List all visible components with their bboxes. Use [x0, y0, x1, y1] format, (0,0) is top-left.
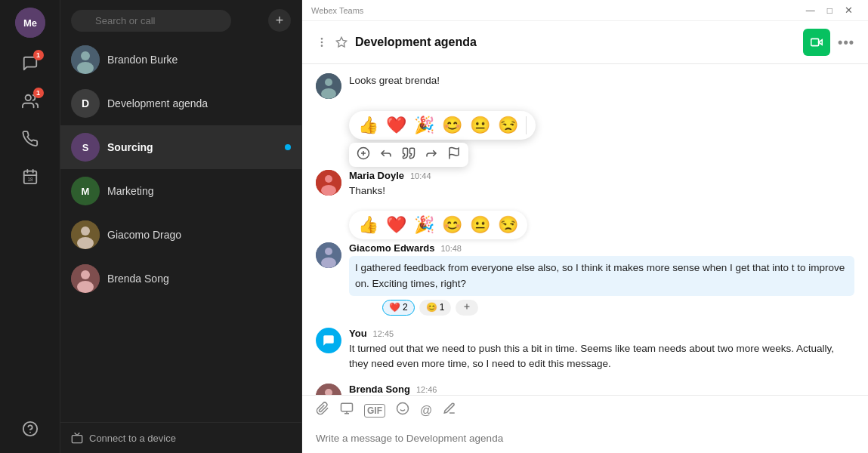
- gif-button[interactable]: GIF: [364, 404, 385, 418]
- contacts-nav-button[interactable]: 1: [14, 85, 47, 118]
- search-wrap: [71, 10, 262, 32]
- reaction-thumbsup[interactable]: 👍: [358, 116, 378, 135]
- unread-indicator-sourcing: [285, 144, 291, 150]
- svg-point-17: [77, 237, 94, 249]
- msg-text-maria: Thanks!: [349, 183, 854, 199]
- msg-time-maria: 10:44: [410, 171, 431, 180]
- avatar-marketing: M: [71, 177, 100, 205]
- reaction-unamused[interactable]: 😒: [498, 116, 518, 135]
- msg-time-you1: 12:45: [373, 329, 394, 338]
- msg-text-giacomo: I gathered feedback from everyone else a…: [349, 256, 854, 296]
- avatar-you: [316, 328, 341, 353]
- add-button[interactable]: +: [268, 9, 291, 32]
- reaction-heart[interactable]: ❤️: [386, 116, 406, 135]
- chat-area: Webex Teams — □ ✕ Development agenda •••…: [302, 0, 868, 453]
- connect-device-button[interactable]: Connect to a device: [60, 422, 301, 453]
- more-options-button[interactable]: •••: [838, 35, 854, 51]
- svg-point-37: [321, 185, 336, 196]
- window-titlebar: Webex Teams — □ ✕: [302, 0, 868, 21]
- message-row-brenda: Brenda Song 12:46 Great Giacomo. I think…: [316, 384, 854, 395]
- sidebar-header: +: [60, 0, 301, 38]
- flag-action[interactable]: [447, 146, 461, 163]
- help-button[interactable]: [14, 412, 47, 445]
- calls-nav-button[interactable]: [14, 122, 47, 156]
- react-thumbsup-2[interactable]: 👍: [358, 215, 378, 235]
- star-icon[interactable]: [335, 36, 348, 48]
- chat-title: Development agenda: [355, 35, 795, 49]
- sidebar-item-development-agenda[interactable]: D Development agenda: [60, 82, 301, 125]
- msg-content-1: Looks great brenda!: [349, 73, 854, 88]
- emoji-row-popup[interactable]: 👍 ❤️ 🎉 😊 😐 😒: [349, 211, 527, 239]
- sidebar-item-name-giacomo-drago: Giacomo Drago: [107, 229, 181, 241]
- avatar-brandon-burke: [71, 45, 100, 74]
- msg-content-brenda: Brenda Song 12:46 Great Giacomo. I think…: [349, 384, 854, 395]
- reply-action[interactable]: [379, 146, 393, 163]
- emoji-row-giacomo: 👍 ❤️ 🎉 😊 😐 😒: [349, 211, 868, 239]
- sidebar-item-brenda-song[interactable]: Brenda Song: [60, 257, 301, 300]
- msg-author-maria: Maria Doyle: [349, 170, 404, 181]
- inline-reactions-giacomo: ❤️2 😊1: [382, 300, 868, 316]
- sidebar-item-marketing[interactable]: M Marketing: [60, 169, 301, 213]
- sidebar-item-giacomo-drago[interactable]: Giacomo Drago: [60, 213, 301, 257]
- attachment-button[interactable]: [316, 402, 329, 419]
- react-heart-2[interactable]: ❤️: [386, 215, 406, 235]
- sidebar-item-sourcing[interactable]: S Sourcing: [60, 125, 301, 169]
- svg-point-2: [25, 95, 30, 100]
- svg-point-39: [325, 248, 332, 255]
- forward-action[interactable]: [425, 146, 438, 163]
- message-group-3: 👍 ❤️ 🎉 😊 😐 😒 Giacomo Edwards 10:48: [316, 211, 854, 316]
- msg-header-giacomo: Giacomo Edwards 10:48: [349, 242, 854, 254]
- svg-point-36: [325, 175, 332, 183]
- user-avatar[interactable]: Me: [15, 8, 45, 38]
- message-row: Looks great brenda!: [316, 73, 854, 99]
- svg-point-40: [321, 257, 336, 268]
- msg-author-brenda: Brenda Song: [349, 384, 410, 395]
- screen-share-button[interactable]: [340, 402, 354, 419]
- reaction-smile[interactable]: 😊: [442, 116, 462, 135]
- minimize-button[interactable]: —: [800, 5, 821, 16]
- maximize-button[interactable]: □: [821, 5, 839, 16]
- add-reaction-action[interactable]: [357, 146, 370, 163]
- sidebar-item-name-brandon-burke: Brandon Burke: [107, 54, 178, 66]
- react-neutral-2[interactable]: 😐: [470, 215, 490, 235]
- sidebar-item-name-sourcing: Sourcing: [107, 141, 153, 153]
- close-button[interactable]: ✕: [839, 5, 859, 16]
- msg-text-you1: It turned out that we need to push this …: [349, 341, 854, 372]
- quote-action[interactable]: [402, 146, 415, 163]
- more-toolbar-button[interactable]: [443, 402, 456, 419]
- svg-point-22: [321, 42, 322, 42]
- message-group-2: 👍 ❤️ 🎉 😊 😐 😒: [316, 111, 854, 199]
- messages-nav-button[interactable]: 1: [14, 47, 47, 80]
- message-input[interactable]: [316, 433, 854, 444]
- avatar-msg1: [316, 73, 341, 99]
- search-input[interactable]: [71, 10, 231, 32]
- sidebar: + Brandon Burke D Development agenda S S…: [60, 0, 302, 453]
- reaction-picker-popup[interactable]: 👍 ❤️ 🎉 😊 😐 😒: [349, 111, 536, 140]
- reaction-pill-smile[interactable]: 😊1: [419, 300, 452, 316]
- reaction-pill-heart[interactable]: ❤️2: [382, 300, 415, 316]
- chat-header-actions: •••: [803, 29, 854, 56]
- svg-point-23: [321, 39, 322, 39]
- react-unamused-2[interactable]: 😒: [498, 215, 518, 235]
- svg-point-20: [77, 281, 94, 293]
- contacts-badge: 1: [33, 88, 44, 98]
- app-title: Webex Teams: [311, 6, 363, 15]
- back-icon: [316, 36, 328, 48]
- svg-point-29: [325, 79, 332, 86]
- react-smile-2[interactable]: 😊: [442, 215, 462, 235]
- mention-button[interactable]: @: [420, 404, 432, 418]
- svg-rect-21: [72, 436, 82, 443]
- msg-header-brenda: Brenda Song 12:46: [349, 384, 854, 395]
- emoji-button[interactable]: [396, 402, 409, 419]
- react-party-2[interactable]: 🎉: [414, 215, 434, 235]
- calendar-nav-button[interactable]: 18: [14, 160, 47, 193]
- reaction-neutral[interactable]: 😐: [470, 116, 490, 135]
- reaction-party[interactable]: 🎉: [414, 116, 434, 135]
- reaction-add-button[interactable]: [456, 300, 478, 316]
- sidebar-item-name-brenda-song: Brenda Song: [107, 273, 169, 285]
- sidebar-item-name-marketing: Marketing: [107, 185, 153, 197]
- msg-text-1: Looks great brenda!: [349, 73, 854, 88]
- sidebar-item-brandon-burke[interactable]: Brandon Burke: [60, 38, 301, 82]
- svg-point-30: [321, 88, 336, 99]
- video-call-button[interactable]: [803, 29, 830, 56]
